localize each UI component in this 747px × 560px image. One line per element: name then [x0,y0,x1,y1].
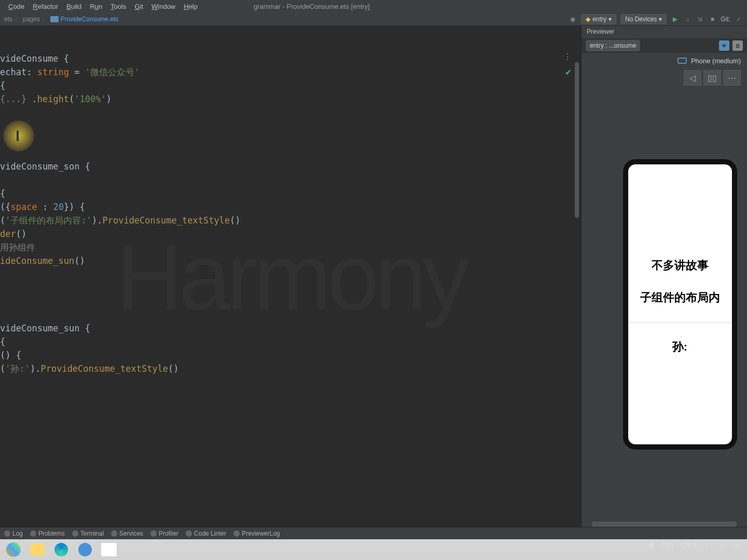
taskbar-browser[interactable] [75,541,95,558]
taskbar-blank[interactable] [99,541,119,558]
preview-scrollbar[interactable] [592,522,737,527]
tab-services[interactable]: Services [111,530,143,537]
phone-text-1: 不多讲故事 [633,258,727,273]
tab-log[interactable]: Log [4,530,23,537]
preview-split-button[interactable]: ▯▯ [703,70,721,86]
problems-icon [30,530,36,537]
menu-run[interactable]: Run [86,3,106,10]
main-area: Harmony ⋮ ✔ videConsume { echat: string … [0,26,747,527]
editor-pane[interactable]: Harmony ⋮ ✔ videConsume { echat: string … [0,26,581,527]
tab-profiler[interactable]: Profiler [150,530,178,537]
preview-back-button[interactable]: ◁ [684,70,701,86]
run-icon[interactable]: ▶ [671,15,679,23]
services-icon [111,530,117,537]
file-icon [50,16,59,22]
toolbar: ets 〉 pages 〉 ProvideConsume.ets ◉ ◆entr… [0,12,747,26]
taskbar-explorer[interactable] [27,541,48,558]
taskbar-huawei[interactable] [3,541,24,558]
previewer-title: Previewer [582,26,747,38]
debug-icon[interactable]: ⌕ [683,15,691,23]
phone-screen: 不多讲故事 子组件的布局内 孙: [628,164,732,444]
menu-tools[interactable]: Tools [106,3,130,10]
terminal-icon [72,530,78,537]
taskbar [0,539,747,560]
globe-icon [78,543,92,556]
bottom-tabs: Log Problems Terminal Services Profiler … [0,527,747,539]
codelinter-icon [186,530,192,537]
tab-problems[interactable]: Problems [30,530,65,537]
scrollbar-thumb[interactable] [575,62,579,218]
profiler-icon [150,530,157,537]
git-label: Git: [721,16,730,23]
phone-text-2: 子组件的布局内 [633,290,727,305]
device-selector[interactable]: No Devices▾ [620,14,667,24]
breadcrumb: ets 〉 pages 〉 ProvideConsume.ets [4,15,118,23]
preview-controls: ◁ ▯▯ ⋯ [582,68,747,87]
breadcrumb-sep-icon: 〉 [15,15,21,23]
preview-tabs: entry : ...onsume 👁 ≣ [582,38,747,53]
menu-code[interactable]: Code [4,3,29,10]
breadcrumb-root[interactable]: ets [4,16,12,23]
inspect-icon[interactable]: 👁 [719,40,729,51]
huawei-icon [6,542,21,557]
device-label[interactable]: Phone (medium) [691,57,741,65]
breadcrumb-pages[interactable]: pages [23,16,40,23]
menu-git[interactable]: Git [130,3,147,10]
menu-help[interactable]: Help [179,3,202,10]
menu-build[interactable]: Build [62,3,86,10]
blank-window-icon [101,542,117,557]
device-frame-area: 不多讲故事 子组件的布局内 孙: [582,87,747,522]
phone-frame-icon [677,58,687,64]
menu-refactor[interactable]: Refactor [29,3,62,10]
eye-icon[interactable]: ◉ [569,15,577,23]
cursor-caret-icon [17,131,19,141]
breadcrumb-file[interactable]: ProvideConsume.ets [61,16,118,23]
tab-terminal[interactable]: Terminal [72,530,104,537]
log-icon [4,530,10,537]
editor-content[interactable]: videConsume { echat: string = '微信公众号' { … [0,26,581,375]
preview-tab-entry[interactable]: entry : ...onsume [586,40,640,51]
menu-window[interactable]: Window [147,3,179,10]
entry-selector[interactable]: ◆entry▾ [581,14,616,24]
editor-menu-icon[interactable]: ⋮ [563,52,572,62]
layers-icon[interactable]: ≣ [732,40,743,51]
preview-more-button[interactable]: ⋯ [723,70,741,86]
edge-icon [54,543,68,556]
window-title: grammar - ProvideConsume.ets [entry] [254,3,370,10]
git-update-icon[interactable]: ✓ [735,15,743,23]
tab-codelinter[interactable]: Code Linter [186,530,226,537]
taskbar-edge[interactable] [51,541,72,558]
breadcrumb-sep-icon: 〉 [42,15,48,23]
device-bar: Phone (medium) [582,53,747,68]
folder-icon [30,544,45,555]
attach-icon[interactable]: ⇲ [696,15,704,23]
tab-previewerlog[interactable]: PreviewerLog [233,530,280,537]
inspection-ok-icon[interactable]: ✔ [565,67,572,77]
phone-frame: 不多讲故事 子组件的布局内 孙: [623,159,737,450]
menu-bar: Code Refactor Build Run Tools Git Window… [0,0,747,12]
preview-pane: Previewer entry : ...onsume 👁 ≣ Phone (m… [581,26,747,527]
stop-icon[interactable]: ■ [708,15,716,23]
phone-divider [628,322,732,323]
phone-text-3: 孙: [633,339,727,355]
previewerlog-icon [233,530,240,537]
